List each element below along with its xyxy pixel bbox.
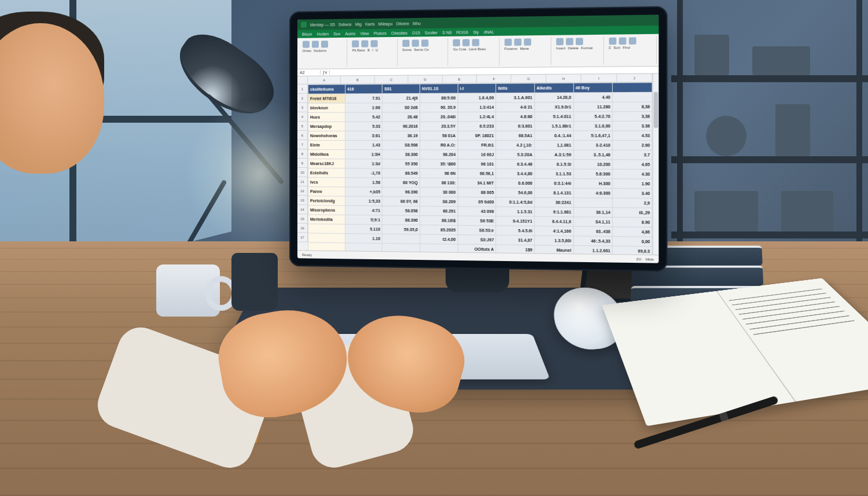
name-box[interactable]: A2 (297, 71, 321, 75)
vertical-scrollbar[interactable] (653, 74, 659, 255)
ribbon-label[interactable]: Insert (556, 46, 565, 50)
data-cell[interactable]: 6.4.4.11,6 (535, 216, 573, 226)
data-cell[interactable]: 36:2241 (535, 197, 573, 207)
column-header[interactable]: A (308, 76, 341, 84)
data-cell[interactable]: S8.508 (382, 141, 420, 150)
ribbon-icon[interactable] (321, 41, 328, 47)
ribbon-label[interactable]: Go Cute (453, 47, 466, 51)
table-header-cell[interactable]: i-t (458, 83, 496, 93)
data-cell[interactable]: S0 2d8 (382, 103, 420, 112)
data-cell[interactable]: 90.2016 (382, 122, 420, 131)
row-header[interactable]: 17 (297, 233, 308, 242)
data-cell[interactable]: 11.280 (573, 102, 613, 112)
data-cell[interactable]: X1.9.0r1 (535, 102, 573, 112)
data-cell[interactable]: 68.5A1 (496, 131, 535, 140)
menu-item[interactable]: View (360, 31, 369, 35)
row-label-cell[interactable]: blovkoun (308, 103, 345, 112)
ribbon-label[interactable]: B (367, 49, 370, 52)
data-cell[interactable]: 28.48 (382, 112, 420, 122)
data-cell[interactable]: 4.2 (,10: (496, 141, 535, 150)
data-cell[interactable]: 4.8:80 (496, 112, 535, 122)
row-label-cell[interactable]: Missropbens (308, 205, 345, 215)
column-header[interactable]: J (617, 74, 653, 83)
ribbon-icon[interactable] (556, 38, 564, 46)
data-cell[interactable]: 31.4,87 (496, 235, 535, 245)
menu-item[interactable]: Bison (302, 32, 312, 36)
ribbon-icon[interactable] (303, 41, 310, 48)
row-header[interactable]: 15 (297, 214, 308, 223)
data-cell[interactable]: 88 005 (458, 188, 496, 197)
data-cell[interactable]: 14.20,0 (535, 93, 573, 102)
data-cell[interactable]: 8,38 (613, 102, 652, 112)
row-label-cell[interactable]: Elote (308, 141, 345, 150)
ribbon-label[interactable]: Pk Bass (352, 49, 365, 52)
data-cell[interactable]: +,b35 (345, 187, 382, 197)
ribbon-icon[interactable] (371, 40, 378, 47)
menu-item[interactable]: Plutors (374, 31, 387, 35)
data-cell[interactable]: 3.38 (613, 121, 652, 131)
data-cell[interactable]: 0.6.000 (496, 178, 535, 188)
menu-item[interactable]: Hoden (317, 32, 329, 36)
data-cell[interactable]: 68 130: (420, 178, 458, 188)
data-cell[interactable]: 3.1.0,00 (573, 121, 613, 131)
table-header-cell[interactable]: ckolitetiums (308, 84, 345, 94)
formula-input[interactable] (330, 70, 659, 72)
data-cell[interactable]: 3.4.4,80 (496, 169, 535, 179)
data-cell[interactable]: 1.90 (613, 179, 652, 189)
data-cell[interactable]: 98.390 (382, 187, 420, 197)
data-cell[interactable]: 98 101 (458, 159, 496, 169)
data-cell[interactable]: 10.200 (573, 160, 613, 170)
data-cell[interactable]: 1.58 (345, 178, 382, 187)
ribbon-icon[interactable] (402, 40, 409, 47)
row-header[interactable]: 11 (297, 177, 308, 186)
ribbon-label[interactable]: Kedoms (314, 49, 326, 52)
data-cell[interactable]: 6:3.801 (496, 122, 535, 131)
fx-icon[interactable]: ƒx (321, 70, 330, 74)
data-cell[interactable]: 3..5.1,48 (573, 150, 613, 160)
ribbon-icon[interactable] (619, 38, 626, 45)
column-header[interactable]: E (443, 75, 477, 84)
data-cell[interactable]: 5;9:1 (345, 215, 382, 225)
data-cell[interactable]: 9:1.1.681 (535, 207, 573, 217)
data-cell[interactable]: 88:5:00 (420, 93, 458, 103)
data-cell[interactable]: 20.3.5Y (420, 122, 458, 131)
ribbon-icon[interactable] (472, 39, 479, 46)
data-cell[interactable]: 4.65 (613, 160, 652, 170)
data-cell[interactable] (382, 234, 420, 244)
data-cell[interactable]: A.3:1:59 (535, 150, 573, 160)
data-cell[interactable]: 1,1.081 (535, 141, 573, 150)
row-label-cell[interactable]: Mersapdop (308, 122, 345, 131)
data-cell[interactable]: 30 000 (420, 188, 458, 197)
data-cell[interactable]: 8.90 (613, 217, 652, 227)
data-cell[interactable]: 05 9d00 (458, 197, 496, 207)
data-cell[interactable]: 5:1.6,47,1 (573, 131, 613, 141)
data-cell[interactable]: i0.,29 (613, 208, 652, 218)
data-cell[interactable]: 1.2:4L4 (458, 112, 496, 122)
data-cell[interactable]: 5.3:20A (496, 150, 535, 160)
data-cell[interactable]: 0P. 18021 (458, 131, 496, 140)
row-header[interactable]: 14 (297, 205, 308, 214)
data-cell[interactable]: 4:71 (345, 205, 382, 215)
ribbon-icon[interactable] (609, 38, 616, 45)
data-cell[interactable]: 43 098 (458, 207, 496, 216)
column-header[interactable]: H (546, 74, 582, 83)
data-cell[interactable]: 86 0Y, 68 (382, 197, 420, 207)
data-cell[interactable]: 60.291 (420, 206, 458, 216)
data-cell[interactable]: 4.53 (613, 131, 652, 141)
spreadsheet-grid[interactable]: ckolitetiums416S01NV01.1Si-tIkillsAlkedl… (308, 82, 653, 255)
ribbon-label[interactable]: U (376, 48, 378, 52)
data-cell[interactable]: 88.18\$ (420, 215, 458, 225)
row-label-cell[interactable]: Hues (308, 112, 345, 122)
data-cell[interactable]: 2.60 (613, 141, 652, 150)
data-cell[interactable]: 1:66 (345, 103, 382, 112)
data-cell[interactable]: 7.91 (345, 94, 382, 103)
ribbon-icon[interactable] (524, 38, 531, 45)
ribbon-icon[interactable] (462, 39, 469, 46)
data-cell[interactable]: 63..438 (573, 226, 613, 236)
table-header-cell[interactable]: S01 (382, 84, 420, 94)
ribbon-label[interactable]: I (372, 49, 373, 52)
column-header[interactable]: F (477, 75, 512, 83)
data-cell[interactable]: 0:1.1.4:5,8d (496, 197, 535, 207)
data-cell[interactable]: 36.19 (382, 131, 420, 140)
data-cell[interactable]: S6 53E (458, 216, 496, 226)
